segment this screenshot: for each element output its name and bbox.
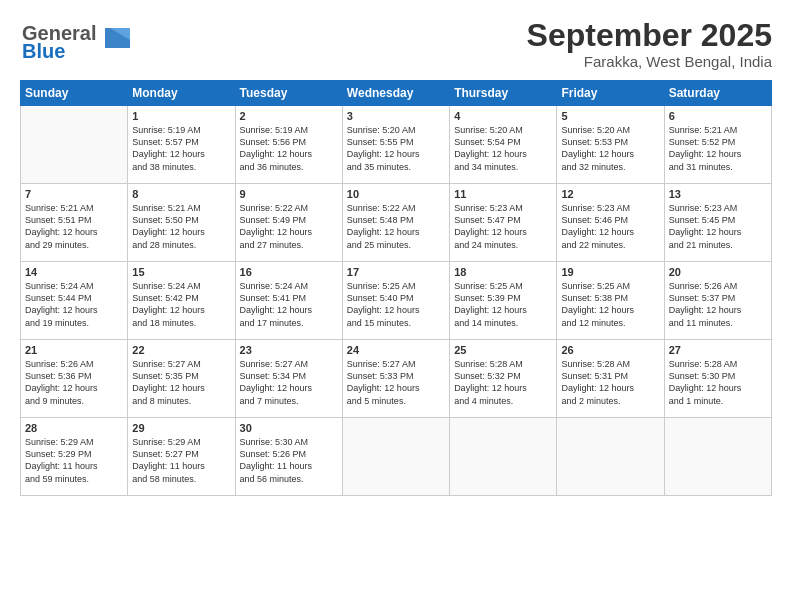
day-info: Sunrise: 5:25 AM Sunset: 5:40 PM Dayligh…: [347, 280, 445, 329]
day-info: Sunrise: 5:22 AM Sunset: 5:48 PM Dayligh…: [347, 202, 445, 251]
week-row-1: 1Sunrise: 5:19 AM Sunset: 5:57 PM Daylig…: [21, 106, 772, 184]
calendar-cell: [342, 418, 449, 496]
calendar-cell: [664, 418, 771, 496]
calendar-cell: 23Sunrise: 5:27 AM Sunset: 5:34 PM Dayli…: [235, 340, 342, 418]
calendar-body: 1Sunrise: 5:19 AM Sunset: 5:57 PM Daylig…: [21, 106, 772, 496]
weekday-wednesday: Wednesday: [342, 81, 449, 106]
calendar-cell: 15Sunrise: 5:24 AM Sunset: 5:42 PM Dayli…: [128, 262, 235, 340]
week-row-3: 14Sunrise: 5:24 AM Sunset: 5:44 PM Dayli…: [21, 262, 772, 340]
day-number: 30: [240, 422, 338, 434]
week-row-5: 28Sunrise: 5:29 AM Sunset: 5:29 PM Dayli…: [21, 418, 772, 496]
day-info: Sunrise: 5:23 AM Sunset: 5:45 PM Dayligh…: [669, 202, 767, 251]
day-number: 26: [561, 344, 659, 356]
weekday-monday: Monday: [128, 81, 235, 106]
calendar-cell: 3Sunrise: 5:20 AM Sunset: 5:55 PM Daylig…: [342, 106, 449, 184]
page: General Blue September 2025 Farakka, Wes…: [0, 0, 792, 612]
day-info: Sunrise: 5:27 AM Sunset: 5:33 PM Dayligh…: [347, 358, 445, 407]
day-info: Sunrise: 5:23 AM Sunset: 5:46 PM Dayligh…: [561, 202, 659, 251]
location-subtitle: Farakka, West Bengal, India: [527, 53, 772, 70]
calendar-cell: 24Sunrise: 5:27 AM Sunset: 5:33 PM Dayli…: [342, 340, 449, 418]
calendar-cell: 4Sunrise: 5:20 AM Sunset: 5:54 PM Daylig…: [450, 106, 557, 184]
day-info: Sunrise: 5:28 AM Sunset: 5:30 PM Dayligh…: [669, 358, 767, 407]
logo: General Blue: [20, 18, 130, 62]
calendar-cell: 11Sunrise: 5:23 AM Sunset: 5:47 PM Dayli…: [450, 184, 557, 262]
week-row-2: 7Sunrise: 5:21 AM Sunset: 5:51 PM Daylig…: [21, 184, 772, 262]
day-info: Sunrise: 5:19 AM Sunset: 5:56 PM Dayligh…: [240, 124, 338, 173]
title-block: September 2025 Farakka, West Bengal, Ind…: [527, 18, 772, 70]
day-number: 6: [669, 110, 767, 122]
day-info: Sunrise: 5:20 AM Sunset: 5:53 PM Dayligh…: [561, 124, 659, 173]
day-number: 7: [25, 188, 123, 200]
weekday-header-row: SundayMondayTuesdayWednesdayThursdayFrid…: [21, 81, 772, 106]
day-info: Sunrise: 5:21 AM Sunset: 5:52 PM Dayligh…: [669, 124, 767, 173]
month-title: September 2025: [527, 18, 772, 53]
calendar-cell: 12Sunrise: 5:23 AM Sunset: 5:46 PM Dayli…: [557, 184, 664, 262]
calendar-cell: 20Sunrise: 5:26 AM Sunset: 5:37 PM Dayli…: [664, 262, 771, 340]
day-info: Sunrise: 5:26 AM Sunset: 5:36 PM Dayligh…: [25, 358, 123, 407]
day-info: Sunrise: 5:30 AM Sunset: 5:26 PM Dayligh…: [240, 436, 338, 485]
calendar-cell: 6Sunrise: 5:21 AM Sunset: 5:52 PM Daylig…: [664, 106, 771, 184]
calendar-cell: 21Sunrise: 5:26 AM Sunset: 5:36 PM Dayli…: [21, 340, 128, 418]
weekday-saturday: Saturday: [664, 81, 771, 106]
day-info: Sunrise: 5:25 AM Sunset: 5:38 PM Dayligh…: [561, 280, 659, 329]
day-number: 5: [561, 110, 659, 122]
weekday-sunday: Sunday: [21, 81, 128, 106]
day-info: Sunrise: 5:23 AM Sunset: 5:47 PM Dayligh…: [454, 202, 552, 251]
calendar-cell: 14Sunrise: 5:24 AM Sunset: 5:44 PM Dayli…: [21, 262, 128, 340]
day-number: 11: [454, 188, 552, 200]
day-number: 20: [669, 266, 767, 278]
day-number: 4: [454, 110, 552, 122]
calendar-cell: 29Sunrise: 5:29 AM Sunset: 5:27 PM Dayli…: [128, 418, 235, 496]
calendar-cell: 26Sunrise: 5:28 AM Sunset: 5:31 PM Dayli…: [557, 340, 664, 418]
day-number: 22: [132, 344, 230, 356]
day-number: 2: [240, 110, 338, 122]
calendar-cell: 9Sunrise: 5:22 AM Sunset: 5:49 PM Daylig…: [235, 184, 342, 262]
calendar-table: SundayMondayTuesdayWednesdayThursdayFrid…: [20, 80, 772, 496]
day-number: 29: [132, 422, 230, 434]
day-info: Sunrise: 5:29 AM Sunset: 5:29 PM Dayligh…: [25, 436, 123, 485]
calendar-cell: 28Sunrise: 5:29 AM Sunset: 5:29 PM Dayli…: [21, 418, 128, 496]
day-info: Sunrise: 5:26 AM Sunset: 5:37 PM Dayligh…: [669, 280, 767, 329]
day-info: Sunrise: 5:28 AM Sunset: 5:32 PM Dayligh…: [454, 358, 552, 407]
calendar-cell: 5Sunrise: 5:20 AM Sunset: 5:53 PM Daylig…: [557, 106, 664, 184]
day-number: 14: [25, 266, 123, 278]
day-info: Sunrise: 5:21 AM Sunset: 5:51 PM Dayligh…: [25, 202, 123, 251]
day-number: 16: [240, 266, 338, 278]
day-number: 1: [132, 110, 230, 122]
calendar-cell: 19Sunrise: 5:25 AM Sunset: 5:38 PM Dayli…: [557, 262, 664, 340]
calendar-cell: 13Sunrise: 5:23 AM Sunset: 5:45 PM Dayli…: [664, 184, 771, 262]
calendar-cell: 30Sunrise: 5:30 AM Sunset: 5:26 PM Dayli…: [235, 418, 342, 496]
day-info: Sunrise: 5:20 AM Sunset: 5:54 PM Dayligh…: [454, 124, 552, 173]
weekday-friday: Friday: [557, 81, 664, 106]
day-number: 9: [240, 188, 338, 200]
day-number: 15: [132, 266, 230, 278]
week-row-4: 21Sunrise: 5:26 AM Sunset: 5:36 PM Dayli…: [21, 340, 772, 418]
day-info: Sunrise: 5:21 AM Sunset: 5:50 PM Dayligh…: [132, 202, 230, 251]
day-number: 17: [347, 266, 445, 278]
day-number: 25: [454, 344, 552, 356]
day-info: Sunrise: 5:28 AM Sunset: 5:31 PM Dayligh…: [561, 358, 659, 407]
calendar-cell: 16Sunrise: 5:24 AM Sunset: 5:41 PM Dayli…: [235, 262, 342, 340]
day-number: 21: [25, 344, 123, 356]
day-number: 28: [25, 422, 123, 434]
svg-text:Blue: Blue: [22, 40, 65, 62]
day-number: 10: [347, 188, 445, 200]
calendar-cell: 27Sunrise: 5:28 AM Sunset: 5:30 PM Dayli…: [664, 340, 771, 418]
logo-svg: General Blue: [20, 18, 130, 62]
day-info: Sunrise: 5:27 AM Sunset: 5:35 PM Dayligh…: [132, 358, 230, 407]
calendar-cell: 22Sunrise: 5:27 AM Sunset: 5:35 PM Dayli…: [128, 340, 235, 418]
calendar-cell: 2Sunrise: 5:19 AM Sunset: 5:56 PM Daylig…: [235, 106, 342, 184]
day-info: Sunrise: 5:27 AM Sunset: 5:34 PM Dayligh…: [240, 358, 338, 407]
weekday-tuesday: Tuesday: [235, 81, 342, 106]
calendar-cell: 8Sunrise: 5:21 AM Sunset: 5:50 PM Daylig…: [128, 184, 235, 262]
calendar-cell: 1Sunrise: 5:19 AM Sunset: 5:57 PM Daylig…: [128, 106, 235, 184]
day-number: 18: [454, 266, 552, 278]
day-info: Sunrise: 5:20 AM Sunset: 5:55 PM Dayligh…: [347, 124, 445, 173]
day-info: Sunrise: 5:19 AM Sunset: 5:57 PM Dayligh…: [132, 124, 230, 173]
calendar-cell: 25Sunrise: 5:28 AM Sunset: 5:32 PM Dayli…: [450, 340, 557, 418]
day-number: 19: [561, 266, 659, 278]
calendar-cell: [557, 418, 664, 496]
day-number: 27: [669, 344, 767, 356]
header: General Blue September 2025 Farakka, Wes…: [20, 18, 772, 70]
day-info: Sunrise: 5:24 AM Sunset: 5:41 PM Dayligh…: [240, 280, 338, 329]
